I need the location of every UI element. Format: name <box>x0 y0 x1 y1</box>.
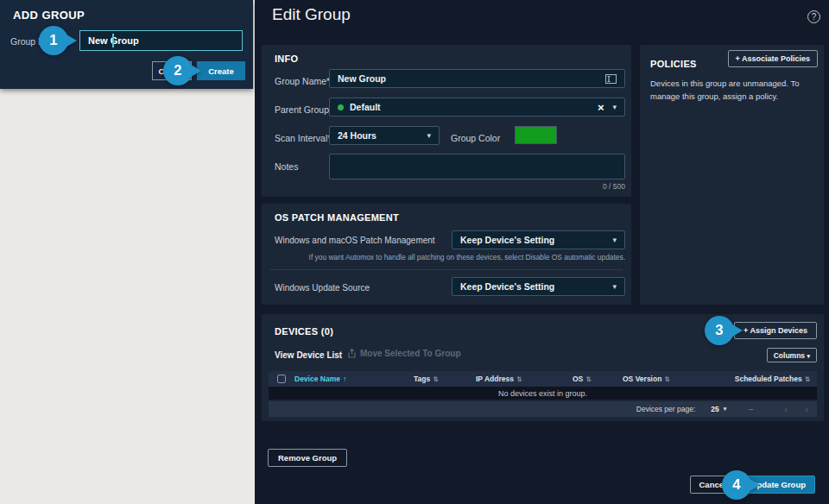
move-selected-button[interactable]: Move Selected To Group <box>348 349 461 358</box>
scan-interval-select[interactable]: 24 Hours ▾ <box>329 126 440 145</box>
sort-icon: ⇅ <box>664 375 669 383</box>
callout-step-1: 1 <box>39 26 68 55</box>
callout-step-3: 3 <box>705 316 734 345</box>
callout-number: 4 <box>722 470 751 500</box>
policies-empty-text: Devices in this group are unmanaged. To … <box>650 78 810 103</box>
section-divider <box>270 269 623 270</box>
chevron-down-icon: ▾ <box>612 282 617 291</box>
policies-section-title: POLICIES <box>650 59 697 69</box>
chevron-down-icon: ▾ <box>612 236 617 244</box>
patch-mgmt-select[interactable]: Keep Device's Setting ▾ <box>452 230 625 249</box>
sort-ascending-icon: ↑ <box>343 375 347 383</box>
per-page-label: Devices per page: <box>636 405 696 413</box>
move-icon <box>348 349 356 358</box>
notes-char-counter: 0 / 500 <box>603 182 625 191</box>
os-patch-section-title: OS PATCH MANAGEMENT <box>275 212 399 223</box>
group-color-swatch[interactable] <box>515 126 557 144</box>
chevron-down-icon: ▾ <box>807 353 810 359</box>
notes-textarea[interactable] <box>329 154 625 180</box>
column-header-ip-address[interactable]: IP Address ⇅ <box>476 375 573 383</box>
callout-number: 2 <box>163 56 193 85</box>
group-name-input[interactable] <box>79 30 243 51</box>
parent-group-field-label: Parent Group* <box>275 104 332 115</box>
text-field-icon <box>605 74 617 84</box>
empty-table-row: No devices exist in group. <box>269 387 817 400</box>
devices-section-title: DEVICES (0) <box>275 326 333 337</box>
remove-group-button[interactable]: Remove Group <box>268 449 347 467</box>
patch-mgmt-value: Keep Device's Setting <box>460 235 554 245</box>
group-name-field-input[interactable] <box>338 73 605 84</box>
table-pagination: Devices per page: 25 ▾ – ‹ › <box>269 401 817 417</box>
per-page-select[interactable]: 25 ▾ <box>711 405 726 413</box>
chevron-down-icon: ▾ <box>724 406 727 413</box>
columns-button[interactable]: Columns ▾ <box>767 348 817 362</box>
callout-number: 1 <box>39 26 68 55</box>
patch-mgmt-label: Windows and macOS Patch Management <box>275 236 435 245</box>
view-device-list-label[interactable]: View Device List <box>275 350 342 360</box>
select-all-cell[interactable] <box>269 375 294 383</box>
column-label: IP Address <box>476 375 514 383</box>
column-label: Tags <box>414 375 430 383</box>
update-source-value: Keep Device's Setting <box>460 281 554 292</box>
column-label: Device Name <box>294 375 340 383</box>
move-selected-label: Move Selected To Group <box>360 349 461 358</box>
per-page-value: 25 <box>711 405 718 413</box>
column-header-os[interactable]: OS ⇅ <box>573 375 623 383</box>
text-cursor <box>112 34 114 47</box>
scan-interval-value: 24 Hours <box>338 130 377 141</box>
parent-group-select[interactable]: Default × ▾ <box>329 98 625 117</box>
sort-icon: ⇅ <box>585 375 591 383</box>
notes-field-label: Notes <box>275 161 298 172</box>
next-page-button[interactable]: › <box>796 404 817 414</box>
columns-button-label: Columns <box>774 351 805 360</box>
clear-icon[interactable]: × <box>598 101 604 114</box>
page-range: – <box>749 405 753 413</box>
update-source-select[interactable]: Keep Device's Setting ▾ <box>452 277 625 296</box>
left-column: ADD GROUP Group Name Cancel Create <box>0 0 255 504</box>
device-table-header: Device Name ↑ Tags ⇅ IP Address ⇅ OS ⇅ O… <box>269 371 817 387</box>
parent-group-value: Default <box>350 102 381 112</box>
add-group-title: ADD GROUP <box>13 9 85 22</box>
column-label: OS Version <box>623 375 661 383</box>
app-screen: ADD GROUP Group Name Cancel Create Edit … <box>0 0 829 504</box>
info-section-title: INFO <box>275 54 298 64</box>
sort-icon: ⇅ <box>433 375 438 383</box>
scan-interval-field-label: Scan Interval* <box>275 133 331 143</box>
policies-section: POLICIES + Associate Policies Devices in… <box>640 45 824 305</box>
edit-group-panel: Edit Group ? INFO Group Name* Parent Gro… <box>255 0 829 504</box>
chevron-down-icon[interactable]: ▾ <box>612 103 617 111</box>
update-source-label: Windows Update Source <box>275 283 370 293</box>
callout-step-2: 2 <box>163 56 193 85</box>
group-color-label: Group Color <box>451 133 500 143</box>
callout-step-4: 4 <box>722 470 751 500</box>
column-header-os-version[interactable]: OS Version ⇅ <box>623 375 728 383</box>
page-title: Edit Group <box>272 5 351 24</box>
column-label: OS <box>573 375 583 383</box>
sort-icon: ⇅ <box>805 375 810 383</box>
help-icon[interactable]: ? <box>807 10 820 23</box>
patch-mgmt-helper-text: If you want Automox to handle all patchi… <box>275 253 625 261</box>
assign-devices-button[interactable]: + Assign Devices <box>734 322 817 339</box>
chevron-down-icon: ▾ <box>427 131 431 140</box>
group-name-field-label: Group Name* <box>275 76 330 86</box>
column-label: Scheduled Patches <box>735 375 802 383</box>
column-header-scheduled-patches[interactable]: Scheduled Patches ⇅ <box>728 375 817 383</box>
empty-table-text: No devices exist in group. <box>498 389 587 398</box>
column-header-tags[interactable]: Tags ⇅ <box>414 375 476 383</box>
sort-icon: ⇅ <box>516 375 522 383</box>
column-header-device-name[interactable]: Device Name ↑ <box>294 375 414 383</box>
add-group-dialog: ADD GROUP Group Name Cancel Create <box>0 0 253 89</box>
group-status-dot <box>338 104 344 110</box>
callout-number: 3 <box>705 316 734 345</box>
group-name-field[interactable] <box>329 69 625 88</box>
select-all-checkbox[interactable] <box>277 375 286 383</box>
os-patch-section: OS PATCH MANAGEMENT Windows and macOS Pa… <box>262 204 631 305</box>
previous-page-button[interactable]: ‹ <box>775 404 796 414</box>
create-button[interactable]: Create <box>197 61 245 80</box>
info-section: INFO Group Name* Parent Group* Default <box>262 45 631 197</box>
associate-policies-button[interactable]: + Associate Policies <box>728 50 818 67</box>
